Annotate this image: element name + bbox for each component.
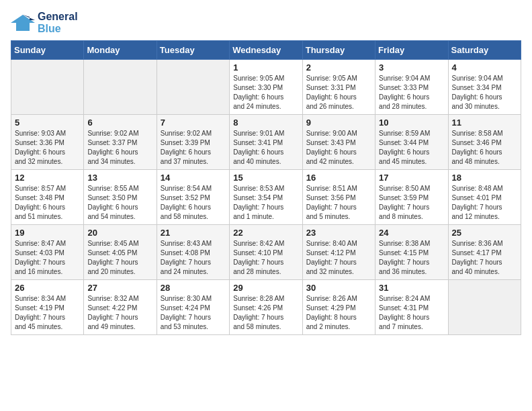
day-number: 10: [379, 118, 444, 128]
calendar-cell: 26Sunrise: 8:34 AM Sunset: 4:19 PM Dayli…: [11, 280, 84, 335]
calendar-cell: 5Sunrise: 9:03 AM Sunset: 3:36 PM Daylig…: [11, 115, 84, 170]
day-info: Sunrise: 8:50 AM Sunset: 3:59 PM Dayligh…: [379, 184, 444, 222]
day-info: Sunrise: 9:05 AM Sunset: 3:30 PM Dayligh…: [233, 74, 298, 111]
day-header-saturday: Saturday: [448, 41, 521, 60]
day-number: 15: [233, 173, 298, 183]
day-info: Sunrise: 8:43 AM Sunset: 4:08 PM Dayligh…: [161, 239, 226, 277]
day-info: Sunrise: 9:05 AM Sunset: 3:31 PM Dayligh…: [306, 74, 371, 111]
day-info: Sunrise: 8:58 AM Sunset: 3:46 PM Dayligh…: [452, 129, 517, 167]
calendar-cell: 11Sunrise: 8:58 AM Sunset: 3:46 PM Dayli…: [448, 115, 521, 170]
calendar-cell: 22Sunrise: 8:42 AM Sunset: 4:10 PM Dayli…: [230, 225, 302, 280]
day-info: Sunrise: 8:55 AM Sunset: 3:50 PM Dayligh…: [87, 184, 152, 222]
logo-text: General Blue: [38, 11, 78, 35]
calendar-table: SundayMondayTuesdayWednesdayThursdayFrid…: [11, 40, 521, 335]
calendar-cell: 10Sunrise: 8:59 AM Sunset: 3:44 PM Dayli…: [375, 115, 448, 170]
day-info: Sunrise: 8:30 AM Sunset: 4:24 PM Dayligh…: [161, 294, 226, 332]
calendar-cell: 30Sunrise: 8:26 AM Sunset: 4:29 PM Dayli…: [302, 280, 375, 335]
calendar-cell: 17Sunrise: 8:50 AM Sunset: 3:59 PM Dayli…: [375, 170, 448, 225]
day-number: 5: [15, 118, 80, 128]
day-number: 25: [452, 228, 517, 238]
calendar-week-2: 5Sunrise: 9:03 AM Sunset: 3:36 PM Daylig…: [11, 115, 521, 170]
day-number: 11: [452, 118, 517, 128]
day-number: 1: [233, 62, 298, 73]
day-number: 22: [233, 228, 298, 238]
day-number: 8: [233, 118, 298, 128]
day-info: Sunrise: 9:04 AM Sunset: 3:33 PM Dayligh…: [379, 74, 444, 111]
day-number: 6: [87, 118, 152, 128]
day-header-tuesday: Tuesday: [157, 41, 229, 60]
calendar-cell: 24Sunrise: 8:38 AM Sunset: 4:15 PM Dayli…: [375, 225, 448, 280]
day-number: 18: [452, 173, 517, 183]
day-header-thursday: Thursday: [302, 41, 375, 60]
day-info: Sunrise: 8:57 AM Sunset: 3:48 PM Dayligh…: [15, 184, 80, 222]
calendar-cell: 16Sunrise: 8:51 AM Sunset: 3:56 PM Dayli…: [302, 170, 375, 225]
day-number: 3: [379, 62, 444, 73]
day-number: 16: [306, 173, 371, 183]
day-header-monday: Monday: [84, 41, 157, 60]
calendar-cell: [448, 280, 521, 335]
day-info: Sunrise: 9:00 AM Sunset: 3:43 PM Dayligh…: [306, 129, 371, 167]
logo-icon: [11, 13, 35, 32]
day-info: Sunrise: 9:02 AM Sunset: 3:39 PM Dayligh…: [161, 129, 226, 167]
day-info: Sunrise: 8:38 AM Sunset: 4:15 PM Dayligh…: [379, 239, 444, 277]
calendar-cell: 18Sunrise: 8:48 AM Sunset: 4:01 PM Dayli…: [448, 170, 521, 225]
day-info: Sunrise: 8:24 AM Sunset: 4:31 PM Dayligh…: [379, 294, 444, 332]
calendar-week-1: 1Sunrise: 9:05 AM Sunset: 3:30 PM Daylig…: [11, 60, 521, 115]
day-number: 19: [15, 228, 80, 238]
day-info: Sunrise: 8:32 AM Sunset: 4:22 PM Dayligh…: [87, 294, 152, 332]
day-info: Sunrise: 8:59 AM Sunset: 3:44 PM Dayligh…: [379, 129, 444, 167]
day-number: 24: [379, 228, 444, 238]
calendar-cell: [157, 60, 229, 115]
day-number: 26: [15, 283, 80, 293]
day-info: Sunrise: 8:36 AM Sunset: 4:17 PM Dayligh…: [452, 239, 517, 277]
day-number: 23: [306, 228, 371, 238]
day-info: Sunrise: 9:04 AM Sunset: 3:34 PM Dayligh…: [452, 74, 517, 111]
day-number: 4: [452, 62, 517, 73]
day-number: 9: [306, 118, 371, 128]
day-number: 14: [161, 173, 226, 183]
day-info: Sunrise: 8:54 AM Sunset: 3:52 PM Dayligh…: [161, 184, 226, 222]
day-info: Sunrise: 8:40 AM Sunset: 4:12 PM Dayligh…: [306, 239, 371, 277]
calendar-cell: 21Sunrise: 8:43 AM Sunset: 4:08 PM Dayli…: [157, 225, 229, 280]
calendar-cell: [11, 60, 84, 115]
calendar-week-3: 12Sunrise: 8:57 AM Sunset: 3:48 PM Dayli…: [11, 170, 521, 225]
day-info: Sunrise: 8:42 AM Sunset: 4:10 PM Dayligh…: [233, 239, 298, 277]
calendar-cell: 14Sunrise: 8:54 AM Sunset: 3:52 PM Dayli…: [157, 170, 229, 225]
calendar-cell: 6Sunrise: 9:02 AM Sunset: 3:37 PM Daylig…: [84, 115, 157, 170]
day-info: Sunrise: 8:51 AM Sunset: 3:56 PM Dayligh…: [306, 184, 371, 222]
day-header-sunday: Sunday: [11, 41, 84, 60]
day-info: Sunrise: 9:03 AM Sunset: 3:36 PM Dayligh…: [15, 129, 80, 167]
day-number: 29: [233, 283, 298, 293]
day-info: Sunrise: 8:45 AM Sunset: 4:05 PM Dayligh…: [87, 239, 152, 277]
calendar-cell: 7Sunrise: 9:02 AM Sunset: 3:39 PM Daylig…: [157, 115, 229, 170]
day-info: Sunrise: 8:53 AM Sunset: 3:54 PM Dayligh…: [233, 184, 298, 222]
calendar-cell: 15Sunrise: 8:53 AM Sunset: 3:54 PM Dayli…: [230, 170, 302, 225]
day-number: 30: [306, 283, 371, 293]
day-number: 20: [87, 228, 152, 238]
day-info: Sunrise: 9:02 AM Sunset: 3:37 PM Dayligh…: [87, 129, 152, 167]
calendar-cell: [84, 60, 157, 115]
day-number: 2: [306, 62, 371, 73]
calendar-cell: 1Sunrise: 9:05 AM Sunset: 3:30 PM Daylig…: [230, 60, 302, 115]
calendar-cell: 29Sunrise: 8:28 AM Sunset: 4:26 PM Dayli…: [230, 280, 302, 335]
calendar-cell: 25Sunrise: 8:36 AM Sunset: 4:17 PM Dayli…: [448, 225, 521, 280]
day-info: Sunrise: 9:01 AM Sunset: 3:41 PM Dayligh…: [233, 129, 298, 167]
day-info: Sunrise: 8:48 AM Sunset: 4:01 PM Dayligh…: [452, 184, 517, 222]
calendar-cell: 19Sunrise: 8:47 AM Sunset: 4:03 PM Dayli…: [11, 225, 84, 280]
calendar-cell: 3Sunrise: 9:04 AM Sunset: 3:33 PM Daylig…: [375, 60, 448, 115]
calendar-cell: 9Sunrise: 9:00 AM Sunset: 3:43 PM Daylig…: [302, 115, 375, 170]
calendar-cell: 27Sunrise: 8:32 AM Sunset: 4:22 PM Dayli…: [84, 280, 157, 335]
header: General Blue: [11, 11, 521, 35]
day-number: 21: [161, 228, 226, 238]
calendar-cell: 31Sunrise: 8:24 AM Sunset: 4:31 PM Dayli…: [375, 280, 448, 335]
logo: General Blue: [11, 11, 78, 35]
calendar-cell: 8Sunrise: 9:01 AM Sunset: 3:41 PM Daylig…: [230, 115, 302, 170]
calendar-header-row: SundayMondayTuesdayWednesdayThursdayFrid…: [11, 41, 521, 60]
calendar-cell: 28Sunrise: 8:30 AM Sunset: 4:24 PM Dayli…: [157, 280, 229, 335]
day-header-wednesday: Wednesday: [230, 41, 302, 60]
day-number: 27: [87, 283, 152, 293]
day-header-friday: Friday: [375, 41, 448, 60]
day-number: 12: [15, 173, 80, 183]
calendar-cell: 13Sunrise: 8:55 AM Sunset: 3:50 PM Dayli…: [84, 170, 157, 225]
svg-marker-0: [11, 15, 35, 31]
